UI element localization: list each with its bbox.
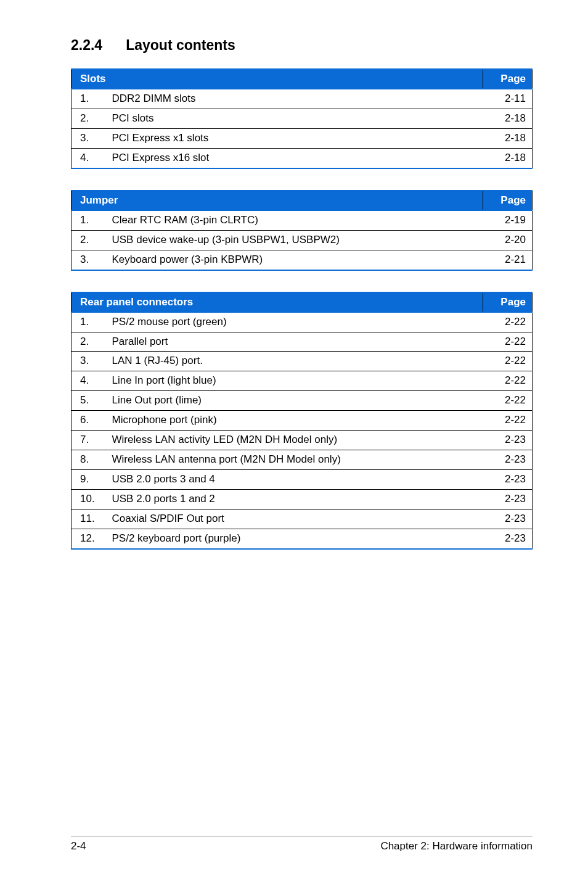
row-index: 1.: [71, 312, 106, 332]
table-row: 2.PCI slots2-18: [71, 109, 533, 128]
row-page: 2-22: [483, 411, 533, 431]
row-index: 12.: [71, 529, 106, 548]
row-page: 2-23: [483, 509, 533, 529]
row-page: 2-22: [483, 352, 533, 371]
row-description: USB 2.0 ports 1 and 2: [106, 490, 483, 510]
row-description: PCI Express x1 slots: [106, 128, 483, 148]
content-table: Rear panel connectorsPage1.PS/2 mouse po…: [71, 292, 533, 550]
row-description: PCI slots: [106, 109, 483, 128]
row-page: 2-21: [483, 250, 533, 270]
content-table: JumperPage1.Clear RTC RAM (3-pin CLRTC)2…: [71, 190, 533, 271]
row-description: PCI Express x16 slot: [106, 148, 483, 168]
row-description: Line In port (light blue): [106, 371, 483, 391]
row-page: 2-18: [483, 148, 533, 168]
row-index: 2.: [71, 332, 106, 352]
row-page: 2-22: [483, 332, 533, 352]
row-description: Coaxial S/PDIF Out port: [106, 509, 483, 529]
row-page: 2-18: [483, 128, 533, 148]
table-row: 8.Wireless LAN antenna port (M2N DH Mode…: [71, 450, 533, 470]
row-description: LAN 1 (RJ-45) port.: [106, 352, 483, 371]
table-header-right: Page: [483, 69, 533, 89]
row-page: 2-23: [483, 450, 533, 470]
row-page: 2-23: [483, 470, 533, 490]
table-header-left: Rear panel connectors: [71, 292, 483, 312]
table-row: 12.PS/2 keyboard port (purple)2-23: [71, 529, 533, 548]
table-row: 1.PS/2 mouse port (green)2-22: [71, 312, 533, 332]
row-description: Microphone port (pink): [106, 411, 483, 431]
table-row: 2.Parallel port2-22: [71, 332, 533, 352]
row-description: Wireless LAN antenna port (M2N DH Model …: [106, 450, 483, 470]
row-index: 2.: [71, 230, 106, 250]
row-description: Clear RTC RAM (3-pin CLRTC): [106, 210, 483, 230]
table-header-left: Slots: [71, 69, 483, 89]
table-row: 5.Line Out port (lime)2-22: [71, 391, 533, 411]
row-index: 4.: [71, 148, 106, 168]
row-page: 2-18: [483, 109, 533, 128]
row-description: PS/2 mouse port (green): [106, 312, 483, 332]
row-description: USB device wake-up (3-pin USBPW1, USBPW2…: [106, 230, 483, 250]
row-page: 2-22: [483, 371, 533, 391]
table-row: 11.Coaxial S/PDIF Out port2-23: [71, 509, 533, 529]
content-table: SlotsPage1.DDR2 DIMM slots2-112.PCI slot…: [71, 68, 533, 169]
row-description: Keyboard power (3-pin KBPWR): [106, 250, 483, 270]
table-row: 4.PCI Express x16 slot2-18: [71, 148, 533, 168]
row-page: 2-22: [483, 391, 533, 411]
row-index: 11.: [71, 509, 106, 529]
table-row: 3.PCI Express x1 slots2-18: [71, 128, 533, 148]
row-page: 2-22: [483, 312, 533, 332]
row-page: 2-19: [483, 210, 533, 230]
row-page: 2-11: [483, 89, 533, 109]
table-row: 6.Microphone port (pink)2-22: [71, 411, 533, 431]
row-description: Wireless LAN activity LED (M2N DH Model …: [106, 431, 483, 450]
table-row: 1.Clear RTC RAM (3-pin CLRTC)2-19: [71, 210, 533, 230]
row-index: 4.: [71, 371, 106, 391]
row-description: PS/2 keyboard port (purple): [106, 529, 483, 548]
section-heading: 2.2.4Layout contents: [71, 37, 533, 54]
table-row: 2.USB device wake-up (3-pin USBPW1, USBP…: [71, 230, 533, 250]
table-header-left: Jumper: [71, 191, 483, 210]
row-page: 2-20: [483, 230, 533, 250]
section-number: 2.2.4: [71, 37, 102, 54]
footer-chapter: Chapter 2: Hardware information: [380, 840, 533, 852]
row-index: 3.: [71, 128, 106, 148]
row-index: 8.: [71, 450, 106, 470]
table-row: 3.Keyboard power (3-pin KBPWR)2-21: [71, 250, 533, 270]
row-page: 2-23: [483, 431, 533, 450]
row-index: 1.: [71, 89, 106, 109]
row-description: Parallel port: [106, 332, 483, 352]
table-row: 7.Wireless LAN activity LED (M2N DH Mode…: [71, 431, 533, 450]
row-index: 5.: [71, 391, 106, 411]
table-row: 9.USB 2.0 ports 3 and 42-23: [71, 470, 533, 490]
table-row: 3.LAN 1 (RJ-45) port.2-22: [71, 352, 533, 371]
row-page: 2-23: [483, 529, 533, 548]
row-index: 3.: [71, 352, 106, 371]
row-page: 2-23: [483, 490, 533, 510]
row-index: 3.: [71, 250, 106, 270]
row-index: 1.: [71, 210, 106, 230]
row-description: DDR2 DIMM slots: [106, 89, 483, 109]
row-index: 7.: [71, 431, 106, 450]
table-row: 10.USB 2.0 ports 1 and 22-23: [71, 490, 533, 510]
table-header-right: Page: [483, 191, 533, 210]
row-index: 2.: [71, 109, 106, 128]
page-footer: 2-4 Chapter 2: Hardware information: [71, 836, 533, 852]
table-row: 4.Line In port (light blue)2-22: [71, 371, 533, 391]
row-index: 10.: [71, 490, 106, 510]
row-index: 6.: [71, 411, 106, 431]
table-row: 1.DDR2 DIMM slots2-11: [71, 89, 533, 109]
row-description: USB 2.0 ports 3 and 4: [106, 470, 483, 490]
row-description: Line Out port (lime): [106, 391, 483, 411]
row-index: 9.: [71, 470, 106, 490]
footer-page-number: 2-4: [71, 840, 86, 852]
section-title: Layout contents: [126, 37, 235, 53]
table-header-right: Page: [483, 292, 533, 312]
